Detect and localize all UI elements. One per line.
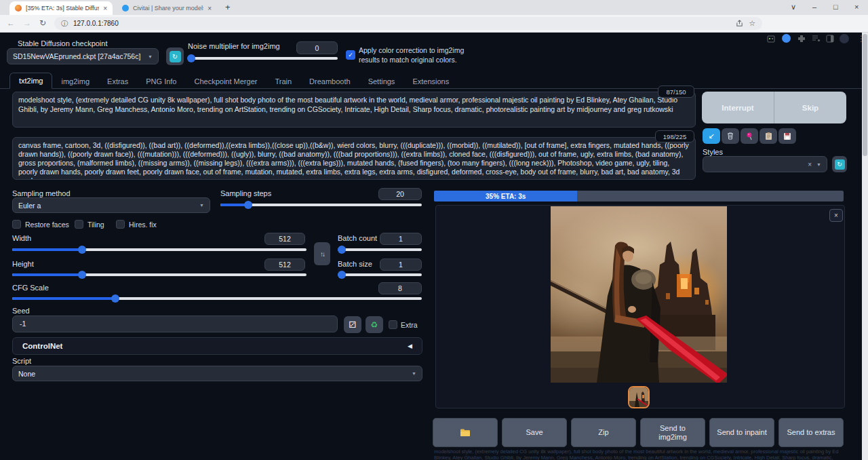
noise-multiplier-slider[interactable] bbox=[191, 54, 338, 62]
swap-width-height-button[interactable]: ↑↓ bbox=[314, 242, 330, 265]
batch-size-slider[interactable] bbox=[338, 271, 422, 279]
tab-img2img[interactable]: img2img bbox=[52, 74, 98, 89]
hires-fix-checkbox[interactable] bbox=[116, 220, 125, 229]
tiling-label: Tiling bbox=[87, 221, 104, 229]
window-minimize-icon[interactable]: – bbox=[812, 3, 816, 11]
checkpoint-dropdown[interactable]: SD15NewVAEpruned.ckpt [27a4ac756c] ▼ bbox=[7, 48, 159, 64]
site-info-icon[interactable]: ⓘ bbox=[61, 19, 68, 28]
color-correction-checkbox[interactable]: ✓ bbox=[346, 50, 355, 60]
height-input[interactable]: 512 bbox=[264, 258, 305, 271]
height-slider[interactable] bbox=[12, 271, 307, 279]
chevron-down-icon: ▼ bbox=[199, 203, 204, 208]
negative-prompt-textarea[interactable]: canvas frame, cartoon, 3d, ((disfigured)… bbox=[12, 137, 696, 180]
styles-dropdown[interactable]: × ▼ bbox=[703, 156, 827, 172]
save-button[interactable]: Save bbox=[502, 418, 567, 447]
clear-prompt-button[interactable] bbox=[722, 128, 739, 144]
close-icon: × bbox=[834, 212, 838, 219]
tab-checkpoint-merger[interactable]: Checkpoint Merger bbox=[185, 74, 266, 89]
generated-image[interactable] bbox=[551, 206, 727, 383]
browser-tab-strip: [35% ETA: 3s] Stable Diffusion × Civitai… bbox=[0, 0, 868, 15]
tab-settings[interactable]: Settings bbox=[359, 74, 404, 89]
gallery-thumbnail-selected[interactable] bbox=[628, 386, 650, 408]
tab-search-chevron-icon[interactable]: ∨ bbox=[791, 3, 796, 12]
controlnet-accordion[interactable]: ControlNet ◀ bbox=[12, 337, 422, 355]
forward-icon[interactable]: → bbox=[23, 18, 31, 28]
tab-dreambooth[interactable]: Dreambooth bbox=[300, 74, 359, 89]
extension-calendar-icon[interactable] bbox=[767, 35, 775, 43]
controlnet-label: ControlNet bbox=[22, 342, 408, 350]
sampling-steps-slider[interactable] bbox=[220, 201, 422, 209]
chevron-down-icon: ▼ bbox=[816, 162, 821, 167]
restore-faces-checkbox[interactable] bbox=[12, 220, 21, 229]
browser-tab-title: Civitai | Share your models bbox=[133, 5, 203, 12]
noise-multiplier-label: Noise multiplier for img2img bbox=[188, 42, 280, 50]
paste-generation-params-button[interactable]: ↙ bbox=[703, 128, 720, 144]
dice-icon: ⚂ bbox=[349, 320, 356, 330]
browser-tab-active[interactable]: [35% ETA: 3s] Stable Diffusion × bbox=[9, 1, 113, 15]
scrollbar-thumb[interactable] bbox=[863, 34, 867, 156]
cfg-scale-input[interactable]: 8 bbox=[378, 282, 422, 294]
checkpoint-refresh-button[interactable]: ↻ bbox=[166, 47, 184, 65]
sampling-method-dropdown[interactable]: Euler a ▼ bbox=[12, 197, 210, 213]
send-to-inpaint-button[interactable]: Send to inpaint bbox=[709, 418, 774, 447]
tab-txt2img[interactable]: txt2img bbox=[9, 73, 52, 89]
app-tab-bar: txt2img img2img Extras PNG Info Checkpoi… bbox=[9, 71, 458, 89]
profile-avatar[interactable] bbox=[840, 34, 849, 43]
reload-icon[interactable]: ↻ bbox=[39, 18, 46, 28]
random-seed-button[interactable]: ⚂ bbox=[344, 316, 361, 333]
browser-tab-civitai[interactable]: Civitai | Share your models × bbox=[117, 1, 217, 15]
cfg-scale-slider[interactable] bbox=[12, 294, 422, 303]
save-style-button[interactable] bbox=[778, 128, 796, 144]
extensions-puzzle-icon[interactable] bbox=[797, 35, 806, 43]
tab-extensions[interactable]: Extensions bbox=[403, 74, 458, 89]
chevron-down-icon: ▼ bbox=[412, 371, 416, 376]
tab-close-icon[interactable]: × bbox=[103, 5, 107, 12]
noise-multiplier-input[interactable]: 0 bbox=[296, 41, 338, 54]
width-input[interactable]: 512 bbox=[264, 233, 305, 245]
tab-close-icon[interactable]: × bbox=[208, 5, 212, 12]
extension-blue-icon[interactable] bbox=[782, 34, 791, 43]
batch-count-input[interactable]: 1 bbox=[380, 233, 422, 245]
clear-styles-icon[interactable]: × bbox=[808, 161, 812, 168]
close-gallery-button[interactable]: × bbox=[829, 209, 843, 222]
styles-label: Styles bbox=[703, 148, 723, 156]
side-panel-icon[interactable] bbox=[826, 35, 834, 43]
address-bar[interactable]: ⓘ 127.0.0.1:7860 ☆ bbox=[54, 17, 762, 30]
app-window: [35% ETA: 3s] Stable Diffusion × Civitai… bbox=[0, 0, 868, 460]
script-value: None bbox=[18, 370, 412, 378]
tab-png-info[interactable]: PNG Info bbox=[137, 74, 185, 89]
window-close-icon[interactable]: × bbox=[854, 3, 859, 11]
restore-faces-label: Restore faces bbox=[25, 221, 69, 229]
sampling-steps-input[interactable]: 20 bbox=[378, 188, 422, 200]
chevron-down-icon: ▼ bbox=[148, 54, 153, 59]
apply-styles-button[interactable] bbox=[760, 128, 777, 144]
window-maximize-icon[interactable]: □ bbox=[833, 3, 838, 11]
send-to-img2img-button[interactable]: Send to img2img bbox=[640, 418, 705, 447]
skip-button[interactable]: Skip bbox=[774, 92, 846, 123]
prompt-textarea[interactable]: modelshoot style, (extremely detailed CG… bbox=[12, 92, 696, 128]
checkpoint-label: Stable Diffusion checkpoint bbox=[18, 39, 108, 47]
open-folder-button[interactable] bbox=[433, 418, 498, 447]
tiling-checkbox[interactable] bbox=[75, 220, 83, 229]
zip-button[interactable]: Zip bbox=[571, 418, 636, 447]
tab-train[interactable]: Train bbox=[266, 74, 300, 89]
seed-extra-checkbox[interactable] bbox=[389, 320, 397, 329]
batch-count-slider[interactable] bbox=[338, 246, 422, 254]
extension-list-icon[interactable] bbox=[812, 35, 821, 43]
art-palette-button[interactable] bbox=[741, 128, 758, 144]
share-icon[interactable] bbox=[736, 20, 743, 27]
progress-label: 35% ETA: 3s bbox=[434, 191, 577, 202]
bookmark-star-icon[interactable]: ☆ bbox=[749, 19, 755, 28]
batch-size-input[interactable]: 1 bbox=[380, 258, 422, 271]
reuse-seed-button[interactable]: ♻ bbox=[366, 316, 383, 333]
interrupt-button[interactable]: Interrupt bbox=[702, 92, 774, 123]
back-icon[interactable]: ← bbox=[7, 18, 15, 28]
seed-input[interactable]: -1 bbox=[12, 315, 338, 332]
send-to-extras-button[interactable]: Send to extras bbox=[778, 418, 844, 447]
page-scrollbar[interactable] bbox=[862, 33, 868, 460]
styles-refresh-button[interactable]: ↻ bbox=[832, 156, 847, 172]
script-dropdown[interactable]: None ▼ bbox=[12, 366, 422, 381]
tab-extras[interactable]: Extras bbox=[98, 74, 137, 89]
new-tab-button[interactable]: + bbox=[225, 2, 231, 12]
width-slider[interactable] bbox=[12, 246, 307, 254]
